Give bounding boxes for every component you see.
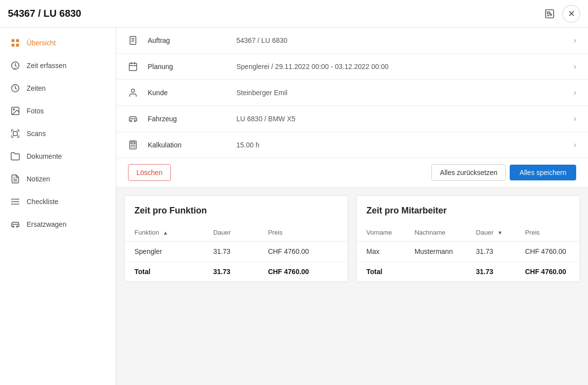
clock-icon [10,83,21,94]
info-row-fahrzeug[interactable]: Fahrzeug LU 6830 / BMW X5 › [116,106,588,132]
svg-rect-4 [12,39,15,42]
sidebar-label-checkliste: Checkliste [27,198,59,206]
car-icon [10,219,21,230]
close-button[interactable]: ✕ [562,5,580,23]
col-nachname: Nachname [405,224,466,242]
cell-total-dauer: 31.73 [466,262,516,282]
col-vorname: Vorname [357,224,405,242]
cell-dauer: 31.73 [203,242,258,262]
fahrzeug-label: Fahrzeug [148,115,236,123]
cell-preis: CHF 4760.00 [258,242,348,262]
clock-check-icon [10,60,21,71]
cell-dauer: 31.73 [466,242,516,262]
info-row-kunde[interactable]: Kunde Steinberger Emil › [116,80,588,106]
delete-button[interactable]: Löschen [128,164,171,181]
svg-point-11 [13,109,14,110]
auftrag-label: Auftrag [148,36,236,44]
svg-rect-21 [130,36,136,45]
zeit-pro-funktion-card: Zeit pro Funktion Funktion ▲ Dauer [124,195,348,282]
sidebar-item-ersatzwagen[interactable]: Ersatzwagen [0,213,116,236]
col-funktion[interactable]: Funktion ▲ [125,224,203,242]
folder-icon [10,151,21,162]
col-dauer-mit[interactable]: Dauer ▼ [466,224,516,242]
sidebar-item-zeit-erfassen[interactable]: Zeit erfassen [0,54,116,77]
info-panel: Auftrag 54367 / LU 6830 › Planung Spengl… [116,28,588,158]
info-row-auftrag[interactable]: Auftrag 54367 / LU 6830 › [116,28,588,54]
cell-total-preis: CHF 4760.00 [258,262,348,282]
svg-rect-25 [130,63,137,70]
note-icon [10,174,21,184]
cell-total-label: Total [125,262,203,282]
sidebar-label-dokumente: Dokumente [27,152,62,160]
calc-icon [128,140,142,150]
svg-rect-7 [16,44,19,47]
cell-vorname: Max [357,242,405,262]
cell-total-empty [405,262,466,282]
header-actions: ✕ [541,5,580,23]
svg-rect-6 [12,44,15,47]
sidebar-label-fotos: Fotos [27,107,44,115]
person-icon [128,88,142,98]
sidebar-label-notizen: Notizen [27,175,50,183]
kalkulation-label: Kalkulation [148,141,236,149]
calendar-icon [128,62,142,71]
cell-funktion: Spengler [125,242,203,262]
table-row: Max Mustermann 31.73 CHF 4760.00 [357,242,580,262]
pdf-button[interactable] [541,5,558,23]
table-row: Spengler 31.73 CHF 4760.00 [125,242,348,262]
col-preis-mit: Preis [515,224,580,242]
planung-label: Planung [148,63,236,70]
info-row-planung[interactable]: Planung Spenglerei / 29.11.2022 00:00 - … [116,54,588,80]
sidebar-item-zeiten[interactable]: Zeiten [0,77,116,100]
sidebar-item-fotos[interactable]: Fotos [0,100,116,122]
sidebar-item-dokumente[interactable]: Dokumente [0,145,116,168]
fahrzeug-chevron: › [574,114,576,123]
svg-point-29 [131,89,135,93]
sidebar-label-ersatzwagen: Ersatzwagen [27,220,66,228]
action-bar: Löschen Alles zurücksetzen Alles speiche… [116,158,588,187]
document-icon [128,35,142,45]
main-layout: Übersicht Zeit erfassen Zeiten [0,28,588,385]
sidebar-label-scans: Scans [27,130,46,138]
sidebar-label-zeit-erfassen: Zeit erfassen [27,62,66,70]
zeit-pro-mitarbeiter-table: Vorname Nachname Dauer ▼ Preis [357,224,580,281]
svg-rect-12 [13,132,17,136]
sort-down-icon: ▼ [497,230,503,236]
sidebar-item-uebersicht[interactable]: Übersicht [0,32,116,54]
reset-button[interactable]: Alles zurücksetzen [431,164,506,181]
cell-total-preis: CHF 4760.00 [515,262,580,282]
kunde-chevron: › [574,88,576,97]
sidebar-label-zeiten: Zeiten [27,84,46,92]
info-row-kalkulation[interactable]: Kalkulation 15.00 h › [116,132,588,158]
kunde-label: Kunde [148,89,236,97]
svg-rect-33 [131,142,135,143]
sidebar-item-scans[interactable]: Scans [0,122,116,145]
cell-preis: CHF 4760.00 [515,242,580,262]
sidebar-item-checkliste[interactable]: Checkliste [0,190,116,213]
save-button[interactable]: Alles speichern [510,165,576,180]
sidebar-item-notizen[interactable]: Notizen [0,168,116,190]
sidebar-label-uebersicht: Übersicht [27,39,56,47]
sort-up-icon: ▲ [163,230,168,236]
checklist-icon [10,196,21,207]
fahrzeug-value: LU 6830 / BMW X5 [236,115,574,123]
svg-point-31 [134,120,136,122]
zeit-pro-mitarbeiter-title: Zeit pro Mitarbeiter [357,196,580,224]
sidebar: Übersicht Zeit erfassen Zeiten [0,28,116,385]
svg-point-30 [131,120,132,122]
scan-icon [10,128,21,139]
cell-total-dauer: 31.73 [203,262,258,282]
auftrag-value: 54367 / LU 6830 [236,36,574,44]
col-preis: Preis [258,224,348,242]
total-row: Total 31.73 CHF 4760.00 [357,262,580,282]
tables-section: Zeit pro Funktion Funktion ▲ Dauer [116,187,588,290]
image-icon [10,105,21,116]
fahrzeug-icon [128,114,142,124]
cell-nachname: Mustermann [405,242,466,262]
svg-point-19 [13,226,14,227]
svg-point-20 [17,226,18,227]
auftrag-chevron: › [574,36,576,45]
total-row: Total 31.73 CHF 4760.00 [125,262,348,282]
zeit-pro-funktion-title: Zeit pro Funktion [125,196,348,224]
col-dauer: Dauer [203,224,258,242]
